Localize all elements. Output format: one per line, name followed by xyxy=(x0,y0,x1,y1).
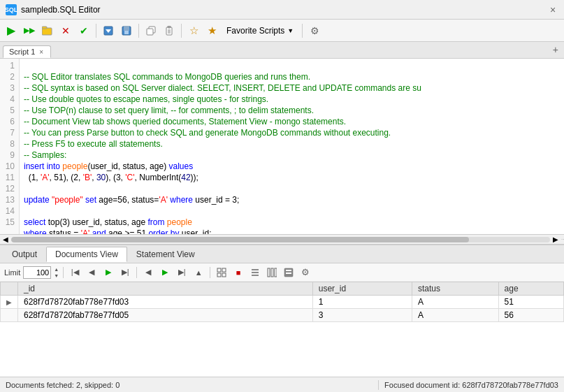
spin-up[interactable]: ▲ xyxy=(54,266,59,273)
editor-area[interactable]: 1 2 3 4 5 6 7 8 9 10 11 12 13 14 15 -- S… xyxy=(0,59,564,234)
paste-button[interactable] xyxy=(161,22,178,39)
result-sep1 xyxy=(63,267,64,278)
close-button[interactable]: × xyxy=(547,4,558,15)
svg-rect-17 xyxy=(222,273,226,277)
copy-button[interactable] xyxy=(143,22,159,39)
limit-label: Limit xyxy=(4,268,20,277)
tab-script1[interactable]: Script 1 × xyxy=(3,45,51,58)
prev-record-btn[interactable]: ◀ xyxy=(85,266,99,280)
favorite-scripts-dropdown[interactable]: Favorite Scripts ▼ xyxy=(222,24,298,38)
cell-age: 51 xyxy=(498,296,563,309)
svg-rect-5 xyxy=(124,27,129,31)
limit-spinner[interactable]: ▲ ▼ xyxy=(54,266,59,279)
svg-rect-8 xyxy=(147,29,153,35)
svg-rect-6 xyxy=(124,31,129,34)
export-btn[interactable] xyxy=(282,266,296,280)
table-row[interactable]: 628f7d78720fab778e77fd05 3 A 56 xyxy=(1,309,564,322)
code-editor[interactable]: -- SQL Editor translates SQL commands to… xyxy=(20,59,564,234)
col-age-header[interactable]: age xyxy=(498,282,563,296)
svg-rect-14 xyxy=(217,268,221,272)
save-button[interactable] xyxy=(118,22,135,39)
line-numbers: 1 2 3 4 5 6 7 8 9 10 11 12 13 14 15 xyxy=(0,59,20,234)
app-icon: SQL xyxy=(6,4,17,15)
cell-status: A xyxy=(412,309,498,322)
bottom-tab-bar: Output Documents View Statement View xyxy=(0,245,564,263)
result-sep3 xyxy=(210,267,210,278)
svg-rect-25 xyxy=(286,270,291,271)
play2-btn[interactable]: ▶ xyxy=(158,266,172,280)
cell-userid: 1 xyxy=(312,296,412,309)
run-debug-button[interactable]: ▶▶ xyxy=(21,22,38,39)
open-button[interactable] xyxy=(39,22,56,39)
favorites-button[interactable]: ☆ xyxy=(185,22,202,39)
status-right: Focused document id: 628f7d78720fab778e7… xyxy=(384,381,558,389)
cell-id: 628f7d78720fab778e77fd03 xyxy=(18,296,313,309)
window-title: sampledb.SQL Editor xyxy=(21,5,547,15)
data-table-wrap[interactable]: _id user_id status age ▶ 628f7d78720fab7… xyxy=(0,282,564,377)
svg-rect-10 xyxy=(168,26,171,28)
status-left: Documents fetched: 2, skipped: 0 xyxy=(6,381,373,389)
svg-rect-22 xyxy=(271,268,273,277)
next-record-btn[interactable]: ▶ xyxy=(101,266,115,280)
limit-input[interactable] xyxy=(23,266,51,279)
svg-rect-1 xyxy=(42,27,47,29)
result-toolbar: Limit ▲ ▼ |◀ ◀ ▶ ▶| ◀ ▶ ▶| ▲ xyxy=(0,263,564,282)
check-button[interactable]: ✔ xyxy=(75,22,92,39)
title-bar: SQL sampledb.SQL Editor × xyxy=(0,0,564,20)
svg-rect-16 xyxy=(217,273,221,277)
tab-output[interactable]: Output xyxy=(3,247,46,261)
col-arrow-header xyxy=(1,282,18,296)
h-scrollbar[interactable]: ◀ ▶ ··· xyxy=(0,234,564,244)
stop-result-btn[interactable]: ■ xyxy=(231,266,245,280)
app-window: SQL sampledb.SQL Editor × ▶ ▶▶ ✕ ✔ xyxy=(0,0,564,392)
col-view-btn[interactable] xyxy=(265,266,279,280)
col-userid-header[interactable]: user_id xyxy=(312,282,412,296)
first-record-btn[interactable]: |◀ xyxy=(68,266,82,280)
tab-documents-view[interactable]: Documents View xyxy=(46,247,127,262)
cell-userid: 3 xyxy=(312,309,412,322)
svg-rect-23 xyxy=(275,268,277,277)
scroll-left-btn[interactable]: ◀ xyxy=(0,235,11,243)
up-btn[interactable]: ▲ xyxy=(191,266,205,280)
favorite-scripts-label: Favorite Scripts xyxy=(226,26,284,36)
sep3 xyxy=(181,24,182,38)
dropdown-arrow: ▼ xyxy=(287,27,294,34)
cancel-button[interactable]: ✕ xyxy=(57,22,74,39)
last-record-btn[interactable]: ▶| xyxy=(118,266,132,280)
dropdown-button[interactable] xyxy=(100,22,117,39)
status-bar: Documents fetched: 2, skipped: 0 Focused… xyxy=(0,377,564,392)
tab-label: Script 1 xyxy=(9,48,35,56)
resize-corner: ··· xyxy=(561,235,564,245)
scroll-track[interactable] xyxy=(11,237,550,242)
tab-statement-view[interactable]: Statement View xyxy=(127,247,204,261)
list-view-btn[interactable] xyxy=(248,266,262,280)
tab-close-icon[interactable]: × xyxy=(39,48,43,56)
col-id-header[interactable]: _id xyxy=(18,282,313,296)
svg-rect-21 xyxy=(268,268,270,277)
sep2 xyxy=(138,24,139,38)
result-table: _id user_id status age ▶ 628f7d78720fab7… xyxy=(0,282,564,322)
main-toolbar: ▶ ▶▶ ✕ ✔ xyxy=(0,20,564,42)
col-status-header[interactable]: status xyxy=(412,282,498,296)
cell-status: A xyxy=(412,296,498,309)
scroll-thumb[interactable] xyxy=(11,237,469,242)
settings-button[interactable]: ⚙ xyxy=(306,22,323,39)
sep1 xyxy=(96,24,96,38)
status-separator xyxy=(378,380,379,390)
favorites2-button[interactable]: ★ xyxy=(203,22,220,39)
svg-rect-15 xyxy=(222,268,226,272)
sep4 xyxy=(302,24,303,38)
cell-id: 628f7d78720fab778e77fd05 xyxy=(18,309,313,322)
row-arrow xyxy=(1,309,18,322)
run-button[interactable]: ▶ xyxy=(3,22,20,39)
grid-view-btn[interactable] xyxy=(215,266,229,280)
prev2-btn[interactable]: ◀ xyxy=(141,266,155,280)
bottom-panel: Output Documents View Statement View Lim… xyxy=(0,244,564,377)
table-row[interactable]: ▶ 628f7d78720fab778e77fd03 1 A 51 xyxy=(1,296,564,309)
scroll-right-btn[interactable]: ▶ xyxy=(550,235,561,243)
settings3-btn[interactable]: ⚙ xyxy=(298,266,312,280)
last2-btn[interactable]: ▶| xyxy=(175,266,189,280)
new-tab-button[interactable]: + xyxy=(547,41,564,58)
editor-tab-bar: Script 1 × + xyxy=(0,42,564,59)
spin-down[interactable]: ▼ xyxy=(54,273,59,279)
